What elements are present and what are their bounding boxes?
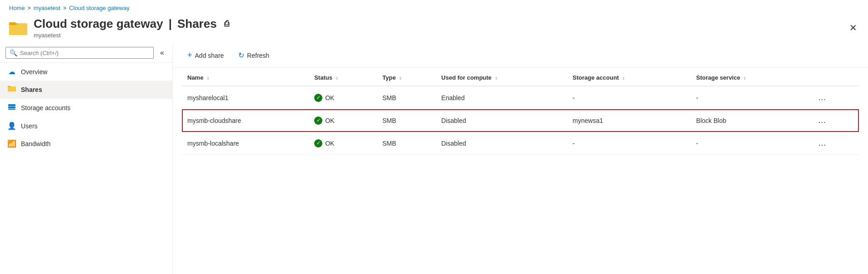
header-subtitle: myasetest: [34, 32, 229, 39]
table-body: mysharelocal1✓OKSMBEnabled--…mysmb-cloud…: [182, 86, 859, 155]
svg-rect-3: [9, 22, 16, 25]
cell-storage-account: mynewsa1: [567, 109, 691, 132]
storage-icon: [7, 103, 16, 112]
breadcrumb-home[interactable]: Home: [9, 5, 25, 11]
cell-status: ✓OK: [309, 109, 377, 132]
refresh-icon: ↻: [238, 51, 244, 60]
sort-icon-storage-account: ↕: [622, 76, 625, 81]
breadcrumb-current: Cloud storage gateway: [69, 5, 130, 11]
print-icon[interactable]: ⎙: [224, 19, 229, 29]
col-storage-account[interactable]: Storage account ↕: [567, 70, 691, 86]
cell-storage-account: -: [567, 86, 691, 109]
sidebar-item-storage-accounts[interactable]: Storage accounts: [0, 99, 172, 117]
sidebar-item-label-shares: Shares: [21, 86, 42, 93]
folder-nav-icon: [7, 85, 16, 94]
header-section: Shares: [177, 17, 217, 31]
content-area: + Add share ↻ Refresh Name ↕: [173, 43, 868, 274]
svg-rect-8: [8, 107, 15, 108]
col-used-for-compute[interactable]: Used for compute ↕: [436, 70, 567, 86]
header-resource-name: Cloud storage gateway: [34, 17, 163, 31]
sidebar: 🔍 « ☁ Overview: [0, 43, 173, 274]
close-icon[interactable]: ✕: [848, 20, 859, 35]
cell-name: mysmb-cloudshare: [182, 109, 309, 132]
header-separator: |: [169, 17, 172, 31]
table-row[interactable]: mysmb-cloudshare✓OKSMBDisabledmynewsa1Bl…: [182, 109, 859, 132]
svg-rect-9: [8, 109, 15, 110]
search-bar: 🔍 «: [0, 43, 172, 63]
check-icon: ✓: [314, 139, 322, 147]
breadcrumb-tenant[interactable]: myasetest: [34, 5, 60, 11]
table-header: Name ↕ Status ↕ Type ↕: [182, 70, 859, 86]
cell-name: mysmb-localshare: [182, 132, 309, 155]
cell-storage-service: Block Blob: [691, 109, 810, 132]
add-share-label: Add share: [195, 52, 224, 59]
folder-icon: [9, 20, 27, 36]
page-title: Cloud storage gateway | Shares ⎙: [34, 17, 229, 31]
more-options-button[interactable]: …: [815, 115, 829, 126]
cell-status: ✓OK: [309, 86, 377, 109]
col-type[interactable]: Type ↕: [377, 70, 436, 86]
svg-rect-2: [9, 25, 27, 35]
nav-items: ☁ Overview Shares: [0, 63, 172, 274]
sort-icon-type: ↕: [399, 76, 401, 81]
cell-type: SMB: [377, 86, 436, 109]
cell-used-for-compute: Disabled: [436, 132, 567, 155]
sidebar-item-label-bandwidth: Bandwidth: [21, 140, 50, 147]
cell-storage-account: -: [567, 132, 691, 155]
more-options-button[interactable]: …: [815, 137, 829, 149]
cell-storage-service: -: [691, 86, 810, 109]
toolbar: + Add share ↻ Refresh: [173, 43, 868, 68]
sidebar-item-users[interactable]: 👤 Users: [0, 117, 172, 135]
sidebar-item-shares[interactable]: Shares: [0, 81, 172, 99]
sidebar-item-bandwidth[interactable]: 📶 Bandwidth: [0, 135, 172, 152]
page-header: Cloud storage gateway | Shares ⎙ myasete…: [0, 14, 868, 43]
user-icon: 👤: [7, 122, 16, 130]
sidebar-item-overview[interactable]: ☁ Overview: [0, 63, 172, 81]
status-text: OK: [325, 140, 334, 147]
status-text: OK: [325, 94, 334, 101]
cell-more: …: [810, 132, 859, 155]
table-row[interactable]: mysharelocal1✓OKSMBEnabled--…: [182, 86, 859, 109]
svg-rect-6: [8, 87, 16, 91]
more-options-button[interactable]: …: [815, 92, 829, 103]
search-wrapper[interactable]: 🔍: [5, 47, 154, 59]
sort-icon-storage-service: ↕: [744, 76, 746, 81]
wifi-icon: 📶: [7, 139, 16, 148]
collapse-button[interactable]: «: [157, 48, 167, 58]
search-input[interactable]: [20, 50, 150, 56]
refresh-label: Refresh: [247, 52, 269, 59]
cell-type: SMB: [377, 109, 436, 132]
table-row[interactable]: mysmb-localshare✓OKSMBDisabled--…: [182, 132, 859, 155]
shares-table: Name ↕ Status ↕ Type ↕: [182, 70, 859, 155]
main-container: Home > myasetest > Cloud storage gateway…: [0, 0, 868, 274]
cell-type: SMB: [377, 132, 436, 155]
sidebar-item-label-overview: Overview: [21, 68, 47, 76]
cell-more: …: [810, 86, 859, 109]
breadcrumb-sep2: >: [63, 5, 66, 11]
cloud-icon: ☁: [7, 67, 16, 76]
sidebar-item-label-users: Users: [21, 122, 38, 130]
cell-used-for-compute: Enabled: [436, 86, 567, 109]
refresh-button[interactable]: ↻ Refresh: [233, 48, 275, 62]
add-share-button[interactable]: + Add share: [182, 48, 229, 63]
header-title-group: Cloud storage gateway | Shares ⎙ myasete…: [34, 17, 229, 39]
sort-icon-compute: ↕: [495, 76, 497, 81]
cell-status: ✓OK: [309, 132, 377, 155]
cell-storage-service: -: [691, 132, 810, 155]
plus-icon: +: [187, 51, 192, 60]
cell-more: …: [810, 109, 859, 132]
svg-rect-7: [8, 104, 15, 106]
breadcrumb: Home > myasetest > Cloud storage gateway: [0, 0, 868, 14]
col-storage-service[interactable]: Storage service ↕: [691, 70, 810, 86]
col-actions: [810, 70, 859, 86]
search-icon: 🔍: [10, 49, 17, 56]
table-wrapper: Name ↕ Status ↕ Type ↕: [173, 68, 868, 274]
cell-used-for-compute: Disabled: [436, 109, 567, 132]
status-text: OK: [325, 117, 334, 124]
cell-name: mysharelocal1: [182, 86, 309, 109]
breadcrumb-sep1: >: [28, 5, 31, 11]
sort-icon-status: ↕: [336, 76, 338, 81]
col-status[interactable]: Status ↕: [309, 70, 377, 86]
sort-icon-name: ↕: [207, 76, 209, 81]
col-name[interactable]: Name ↕: [182, 70, 309, 86]
